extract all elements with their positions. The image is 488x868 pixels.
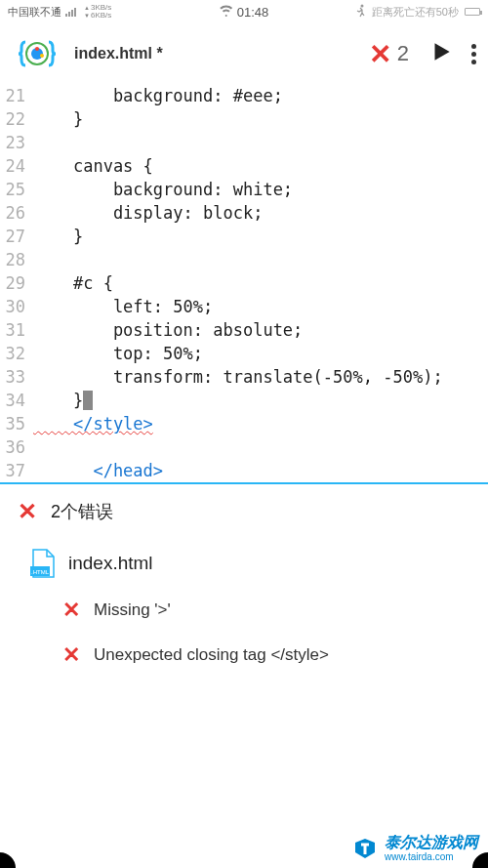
status-bar: 中国联不通 3KB/s 6KB/s 01:48 距离死亡还有50秒: [0, 0, 488, 23]
app-logo-icon[interactable]: [16, 32, 59, 75]
code-text: position: absolute;: [33, 318, 303, 342]
running-icon: [354, 4, 366, 20]
line-number: 26: [0, 201, 33, 225]
svg-point-0: [360, 5, 363, 8]
clock-label: 01:48: [237, 5, 269, 20]
code-line[interactable]: 34 }: [0, 389, 488, 412]
line-number: 23: [0, 131, 33, 154]
code-text: background: white;: [33, 178, 293, 201]
code-editor[interactable]: 21 background: #eee;22 }2324 canvas {25 …: [0, 84, 488, 482]
error-file-row[interactable]: .HTML index.html: [0, 539, 488, 588]
more-menu-button[interactable]: [471, 44, 476, 64]
app-toolbar: index.html * ✕ 2: [0, 23, 488, 84]
network-speed: 3KB/s 6KB/s: [84, 4, 111, 20]
code-line[interactable]: 30 left: 50%;: [0, 295, 488, 318]
code-text: </head>: [33, 459, 163, 482]
error-panel: ✕ 2个错误 .HTML index.html ✕Missing '>'✕Une…: [0, 484, 488, 678]
code-line[interactable]: 28: [0, 248, 488, 271]
code-line[interactable]: 36: [0, 435, 488, 459]
error-count-badge[interactable]: 2: [397, 41, 409, 66]
code-line[interactable]: 25 background: white;: [0, 178, 488, 201]
line-number: 37: [0, 459, 33, 482]
code-line[interactable]: 37 </head>: [0, 459, 488, 482]
code-text: top: 50%;: [33, 342, 203, 365]
watermark: 泰尔达游戏网 www.tairda.com: [351, 834, 478, 862]
line-number: 33: [0, 365, 33, 389]
code-line[interactable]: 32 top: 50%;: [0, 342, 488, 365]
code-line[interactable]: 33 transform: translate(-50%, -50%);: [0, 365, 488, 389]
watermark-url: www.tairda.com: [385, 851, 478, 862]
line-number: 22: [0, 107, 33, 131]
html-file-icon: .HTML: [29, 549, 55, 578]
run-button[interactable]: [428, 39, 454, 68]
error-message: Missing '>': [94, 600, 171, 620]
line-number: 35: [0, 412, 33, 435]
svg-point-3: [35, 47, 39, 51]
filename-label[interactable]: index.html *: [74, 45, 163, 62]
code-line[interactable]: 23: [0, 131, 488, 154]
svg-point-4: [40, 54, 44, 58]
watermark-logo-icon: [351, 835, 379, 862]
error-icon: ✕: [62, 598, 80, 623]
line-number: 34: [0, 389, 33, 412]
code-text: </style>: [33, 412, 153, 435]
line-number: 36: [0, 435, 33, 459]
line-number: 31: [0, 318, 33, 342]
code-text: }: [33, 107, 83, 131]
svg-text:.HTML: .HTML: [31, 569, 50, 575]
code-text: left: 50%;: [33, 295, 213, 318]
code-line[interactable]: 22 }: [0, 107, 488, 131]
code-text: transform: translate(-50%, -50%);: [33, 365, 443, 389]
errors-indicator-icon[interactable]: ✕: [369, 38, 391, 70]
code-line[interactable]: 29 #c {: [0, 271, 488, 295]
error-panel-title: 2个错误: [51, 500, 113, 523]
code-line[interactable]: 21 background: #eee;: [0, 84, 488, 107]
code-text: canvas {: [33, 154, 153, 178]
wifi-icon: [220, 5, 233, 19]
battery-icon: [465, 8, 480, 16]
carrier-label: 中国联不通: [8, 5, 61, 20]
code-text: background: #eee;: [33, 84, 283, 107]
status-extra-text: 距离死亡还有50秒: [372, 5, 459, 20]
code-text: display: block;: [33, 201, 263, 225]
code-text: #c {: [33, 271, 113, 295]
error-file-name: index.html: [68, 553, 153, 574]
signal-icon: [65, 8, 76, 17]
line-number: 29: [0, 271, 33, 295]
code-text: }: [33, 389, 93, 412]
line-number: 27: [0, 225, 33, 248]
error-item[interactable]: ✕Unexpected closing tag </style>: [0, 633, 488, 678]
code-text: }: [33, 225, 83, 248]
text-cursor: [83, 391, 93, 410]
line-number: 25: [0, 178, 33, 201]
watermark-brand: 泰尔达游戏网: [385, 834, 478, 851]
line-number: 24: [0, 154, 33, 178]
error-panel-header[interactable]: ✕ 2个错误: [0, 484, 488, 539]
error-item[interactable]: ✕Missing '>': [0, 588, 488, 633]
code-line[interactable]: 24 canvas {: [0, 154, 488, 178]
code-line[interactable]: 27 }: [0, 225, 488, 248]
error-icon: ✕: [18, 498, 37, 525]
line-number: 30: [0, 295, 33, 318]
error-message: Unexpected closing tag </style>: [94, 645, 329, 665]
line-number: 21: [0, 84, 33, 107]
code-line[interactable]: 26 display: block;: [0, 201, 488, 225]
line-number: 28: [0, 248, 33, 271]
code-line[interactable]: 31 position: absolute;: [0, 318, 488, 342]
code-line[interactable]: 35 </style>: [0, 412, 488, 435]
line-number: 32: [0, 342, 33, 365]
error-icon: ✕: [62, 642, 80, 668]
